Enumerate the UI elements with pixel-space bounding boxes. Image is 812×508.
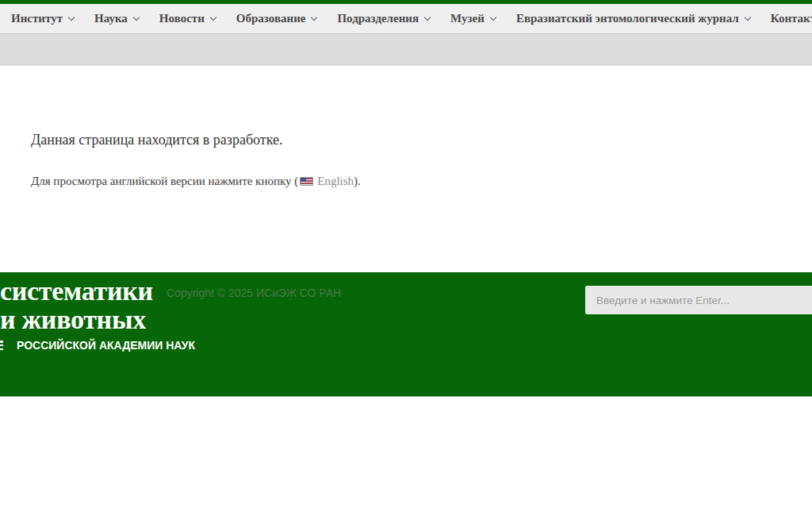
english-version-note: Для просмотра английской версии нажмите … <box>31 173 812 189</box>
chevron-down-icon <box>133 13 140 20</box>
us-flag-icon <box>300 177 313 186</box>
page-status-message: Данная страница находится в разработке. <box>31 130 812 149</box>
copyright-text: Copyright © 2025 ИСиЭЖ СО РАН <box>167 287 341 299</box>
nav-item-label: Наука <box>94 12 128 25</box>
chevron-down-icon <box>311 13 317 20</box>
chevron-down-icon <box>745 13 751 20</box>
nav-item[interactable]: Музей <box>450 12 496 25</box>
nav-item[interactable]: Контакты <box>771 12 812 25</box>
nav-item-label: Институт <box>11 12 63 25</box>
clipped-letter-fragment <box>0 341 3 350</box>
chevron-down-icon <box>68 13 75 20</box>
nav-item[interactable]: Подразделения <box>337 12 430 25</box>
english-language-link[interactable]: English <box>317 175 354 187</box>
site-footer: систематики и животных РОССИЙСКОЙ АКАДЕМ… <box>0 272 812 397</box>
chevron-down-icon <box>210 13 216 20</box>
footer-search-input[interactable] <box>585 286 812 314</box>
nav-item[interactable]: Евразиатский энтомологический журнал <box>516 12 750 25</box>
flag-canton <box>301 178 306 182</box>
nav-item-label: Контакты <box>771 12 812 25</box>
nav-item[interactable]: Образование <box>236 12 317 25</box>
nav-item-label: Музей <box>450 12 485 25</box>
nav-item-label: Новости <box>159 12 205 25</box>
chevron-down-icon <box>490 13 496 20</box>
english-note-text-before: Для просмотра английской версии нажмите … <box>31 175 298 187</box>
nav-item[interactable]: Наука <box>94 12 139 25</box>
nav-item-label: Евразиатский энтомологический журнал <box>516 12 739 25</box>
nav-item-label: Образование <box>236 12 306 25</box>
chevron-down-icon <box>424 13 431 20</box>
nav-item[interactable]: Институт <box>11 12 74 25</box>
navbar: ИнститутНаукаНовостиОбразованиеПодраздел… <box>0 4 812 34</box>
header-sub-band <box>0 34 812 66</box>
logo-text-line2: и животных <box>0 306 195 334</box>
english-note-text-after: ). <box>354 175 361 187</box>
main-content: Данная страница находится в разработке. … <box>0 66 812 189</box>
logo-subtitle-row: РОССИЙСКОЙ АКАДЕМИИ НАУК <box>0 339 195 352</box>
nav-item-label: Подразделения <box>337 12 419 25</box>
nav-item[interactable]: Новости <box>159 12 216 25</box>
logo-text-line3: РОССИЙСКОЙ АКАДЕМИИ НАУК <box>17 339 195 352</box>
